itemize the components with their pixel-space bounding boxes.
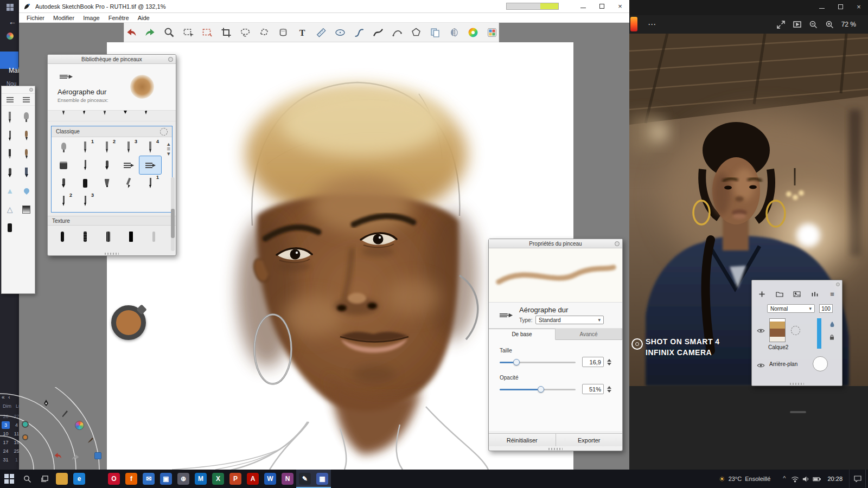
polyline-select-icon[interactable] xyxy=(258,26,271,39)
slideshow-icon[interactable] xyxy=(793,20,802,29)
opacity-stepper[interactable] xyxy=(607,386,611,393)
shapes-icon[interactable] xyxy=(410,26,423,39)
brush-item[interactable] xyxy=(96,156,118,174)
brush-item[interactable]: 2 xyxy=(96,138,118,156)
color-wheel-icon[interactable] xyxy=(467,26,480,39)
brush-item[interactable] xyxy=(118,156,139,174)
panel-resize-grip[interactable] xyxy=(105,253,119,255)
blend-mode-dropdown[interactable]: Normal ▾ xyxy=(767,304,815,313)
maximize-button[interactable] xyxy=(592,0,611,13)
add-layer-icon[interactable] xyxy=(757,290,766,298)
export-button[interactable]: Exporter xyxy=(556,434,623,446)
taskbar-app-store[interactable]: M xyxy=(192,470,209,488)
zoom-icon[interactable] xyxy=(163,26,176,39)
pen-nib-icon[interactable] xyxy=(42,399,50,407)
distort-icon[interactable] xyxy=(277,26,290,39)
taskbar-app-opera[interactable]: O xyxy=(105,470,123,488)
volume-icon[interactable] xyxy=(800,470,811,488)
taskbar-app-powerpoint[interactable]: P xyxy=(227,470,244,488)
rect-select-icon[interactable] xyxy=(182,26,195,39)
weather-widget[interactable]: ☀ 23°C Ensoleillé xyxy=(719,475,770,483)
taskbar-app-firefox[interactable]: f xyxy=(123,470,140,488)
brush-item[interactable] xyxy=(74,156,96,174)
palette-brush[interactable] xyxy=(19,201,34,217)
brush-item[interactable]: 4 xyxy=(139,138,161,156)
palette-brush[interactable] xyxy=(2,220,17,236)
dashed-circle-icon[interactable] xyxy=(160,128,168,136)
notification-center-icon[interactable] xyxy=(849,470,865,488)
palette-brush[interactable] xyxy=(19,127,34,144)
taskbar-app-word[interactable]: W xyxy=(261,470,279,488)
tray-overflow-chevron[interactable]: ^ xyxy=(783,475,786,481)
palette-brush[interactable] xyxy=(2,164,17,181)
palette-brush[interactable] xyxy=(2,127,17,144)
minimize-button[interactable] xyxy=(574,0,592,13)
search-icon[interactable] xyxy=(18,470,36,488)
tab-avance[interactable]: Avancé xyxy=(556,329,622,339)
color-puck[interactable] xyxy=(111,305,146,340)
brush-item[interactable] xyxy=(74,174,96,192)
close-button[interactable]: × xyxy=(850,0,868,13)
brush-set-list-icon[interactable] xyxy=(7,97,14,102)
taskbar-app-acrobat[interactable]: A xyxy=(244,470,261,488)
brush-item[interactable] xyxy=(53,138,74,156)
brush-item[interactable] xyxy=(96,174,118,192)
brush-icon[interactable] xyxy=(87,436,95,444)
palette-brush[interactable] xyxy=(19,109,34,125)
battery-icon[interactable] xyxy=(811,470,822,488)
layers-menu-icon[interactable]: ≡ xyxy=(828,290,837,298)
taskbar-app-file-explorer[interactable] xyxy=(53,470,71,488)
task-view-icon[interactable] xyxy=(36,470,53,488)
layer-name[interactable]: Arrière-plan xyxy=(769,361,797,367)
brush-item[interactable]: 3 xyxy=(74,192,96,210)
taskbar-app-settings[interactable]: ⊕ xyxy=(175,470,192,488)
section-texture-header[interactable]: Texture xyxy=(48,216,176,226)
palette-brush[interactable] xyxy=(2,201,17,217)
palette-brush[interactable] xyxy=(2,146,17,162)
stroke-icon[interactable] xyxy=(372,26,385,39)
lagoon-layer-button[interactable] xyxy=(94,452,101,459)
clock[interactable]: 20:28 xyxy=(827,476,843,482)
brush-item[interactable]: 3 xyxy=(118,138,139,156)
close-button[interactable]: × xyxy=(611,0,629,13)
brush-item[interactable] xyxy=(139,156,161,174)
taskbar-app-onenote[interactable]: N xyxy=(279,470,296,488)
lasso-select-icon[interactable] xyxy=(239,26,252,39)
swatches-icon[interactable] xyxy=(486,26,499,39)
brush-library-titlebar[interactable]: Bibliothèque de pinceaux xyxy=(48,55,176,64)
zoom-out-icon[interactable] xyxy=(809,20,818,29)
mini-brush-puck[interactable] xyxy=(22,421,29,428)
wifi-icon[interactable] xyxy=(789,470,800,488)
visibility-eye-icon[interactable] xyxy=(757,326,765,336)
panel-menu-button[interactable] xyxy=(168,57,173,62)
palette-brush[interactable] xyxy=(19,164,34,181)
ruler-icon[interactable] xyxy=(315,26,328,39)
layer-row-background[interactable]: Arrière-plan xyxy=(752,356,842,378)
menu-item[interactable]: Modifier xyxy=(49,15,79,21)
taskbar-app-edge[interactable]: e xyxy=(71,470,88,488)
texture-brush-item[interactable] xyxy=(53,228,72,246)
menu-item[interactable]: Aide xyxy=(133,15,154,21)
layer-opacity-field[interactable]: 100 xyxy=(819,304,833,313)
arc-icon[interactable] xyxy=(391,26,404,39)
reset-button[interactable]: Réinitialiser xyxy=(489,434,556,446)
marking-menu-icon[interactable] xyxy=(791,326,800,335)
palette-brush[interactable] xyxy=(2,183,17,199)
maximize-button[interactable] xyxy=(831,0,850,13)
panel-resize-grip[interactable] xyxy=(790,383,804,385)
section-classic-header[interactable]: Classique xyxy=(52,126,172,137)
panel-resize-grip[interactable] xyxy=(548,448,563,450)
lagoon-redo-icon[interactable] xyxy=(71,453,80,462)
taskbar-app-sketchbook[interactable]: ✎ xyxy=(296,470,314,488)
symmetry-icon[interactable] xyxy=(448,26,461,39)
crop-icon[interactable] xyxy=(220,26,233,39)
layer-row-calque2[interactable]: Calque2 xyxy=(752,317,842,353)
zoom-in-icon[interactable] xyxy=(825,20,834,29)
panel-menu-button[interactable] xyxy=(615,241,620,246)
minimize-button[interactable] xyxy=(813,0,831,13)
brush-item[interactable]: 2 xyxy=(53,192,74,210)
opacity-value[interactable]: 51% xyxy=(582,384,604,394)
mini-color-puck[interactable] xyxy=(22,434,28,440)
menu-item[interactable]: Fenêtre xyxy=(104,15,133,21)
library-scrollbar[interactable] xyxy=(171,177,175,251)
